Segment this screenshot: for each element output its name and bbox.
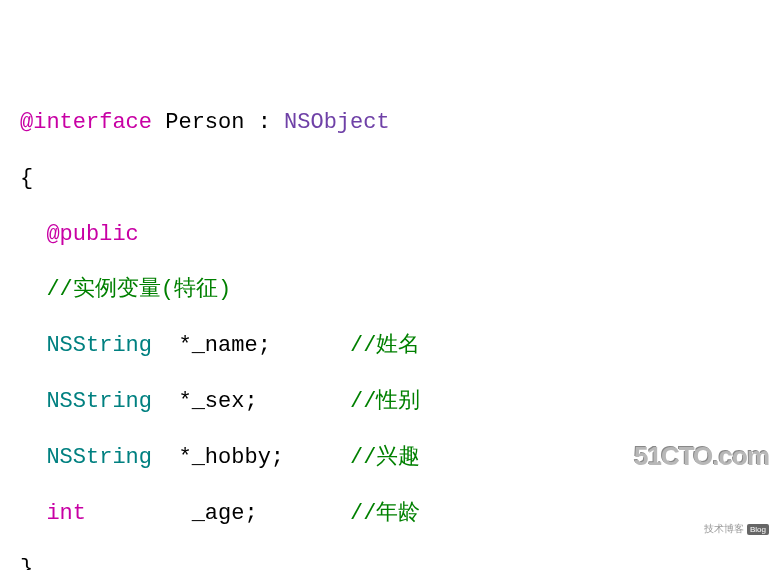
- var-sex: *_sex;: [178, 389, 257, 414]
- comment-age: //年龄: [350, 501, 420, 526]
- code-line-2: {: [20, 164, 761, 195]
- close-brace: }: [20, 556, 33, 570]
- class-name: Person: [165, 110, 244, 135]
- var-age: _age;: [192, 501, 258, 526]
- comment-sex: //性别: [350, 389, 420, 414]
- comment-ivars: //实例变量(特征): [46, 277, 231, 302]
- code-line-3: @public: [20, 220, 761, 251]
- comment-name: //姓名: [350, 333, 420, 358]
- type-nsstring: NSString: [46, 389, 152, 414]
- watermark: 51CTO.com 技术博客Blog: [634, 389, 769, 562]
- var-name: *_name;: [178, 333, 270, 358]
- colon: :: [258, 110, 271, 135]
- watermark-blog: Blog: [747, 524, 769, 535]
- open-brace: {: [20, 166, 33, 191]
- code-line-5: NSString *_name; //姓名: [20, 331, 761, 362]
- var-hobby: *_hobby;: [178, 445, 284, 470]
- code-line-1: @interface Person : NSObject: [20, 108, 761, 139]
- type-nsstring: NSString: [46, 445, 152, 470]
- keyword-public: @public: [46, 222, 138, 247]
- watermark-sub: 技术博客Blog: [634, 522, 769, 536]
- type-nsstring: NSString: [46, 333, 152, 358]
- comment-hobby: //兴趣: [350, 445, 420, 470]
- code-line-4: //实例变量(特征): [20, 275, 761, 306]
- keyword-interface: @interface: [20, 110, 152, 135]
- type-int: int: [46, 501, 86, 526]
- superclass: NSObject: [284, 110, 390, 135]
- watermark-main: 51CTO.com: [634, 441, 769, 472]
